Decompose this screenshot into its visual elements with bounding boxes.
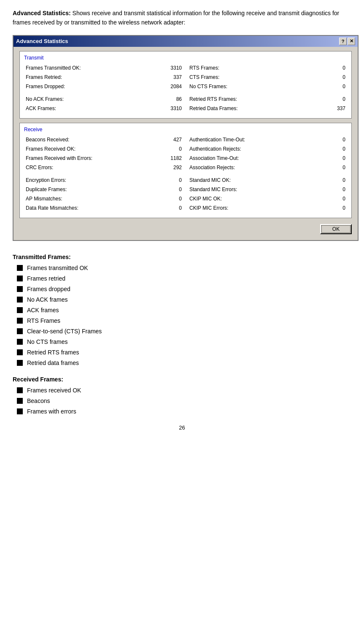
stat-row: Duplicate Frames:0	[24, 185, 183, 194]
receive-left-col: Beacons Received:427 Frames Received OK:…	[24, 135, 183, 213]
help-button[interactable]: ?	[339, 38, 347, 45]
stat-row: Frames Received OK:0	[24, 144, 183, 154]
stat-row: Association Rejects:0	[188, 163, 347, 172]
receive-label: Receive	[24, 127, 347, 132]
close-button[interactable]: ✕	[348, 38, 355, 45]
list-item: Beacons	[17, 397, 351, 405]
intro-bold: Advanced Statistics:	[13, 10, 71, 16]
stat-row: Beacons Received:427	[24, 135, 183, 144]
bullet-icon	[17, 387, 23, 393]
receive-stats-grid: Beacons Received:427 Frames Received OK:…	[24, 135, 347, 213]
list-item: Frames with errors	[17, 407, 351, 416]
bullet-icon	[17, 307, 23, 313]
stat-row: No CTS Frames:0	[188, 82, 347, 91]
transmitted-frames-list: Frames transmitted OK Frames retried Fra…	[13, 264, 351, 368]
list-item: Frames received OK	[17, 386, 351, 395]
received-frames-heading: Received Frames:	[13, 376, 351, 383]
stat-row: Association Time-Out:0	[188, 154, 347, 163]
stat-row: Standard MIC Errors:0	[188, 185, 347, 194]
transmit-label: Transmit	[24, 55, 347, 61]
transmit-stats-grid: Frames Transmitted OK:3310 Frames Retrie…	[24, 63, 347, 113]
stat-row: Frames Received with Errors:1182	[24, 154, 183, 163]
stat-row: AP Mismatches:0	[24, 194, 183, 203]
bullet-icon	[17, 349, 23, 355]
transmitted-frames-section: Transmitted Frames: Frames transmitted O…	[13, 254, 351, 368]
stat-row: Retried RTS Frames:0	[188, 95, 347, 104]
bullet-icon	[17, 328, 23, 334]
dialog-body: Transmit Frames Transmitted OK:3310 Fram…	[13, 47, 358, 240]
bullet-icon	[17, 276, 23, 281]
list-item: Frames retried	[17, 274, 351, 283]
list-item: Retried data frames	[17, 359, 351, 368]
list-item: No CTS frames	[17, 338, 351, 346]
dialog-titlebar: Advanced Statistics ? ✕	[13, 36, 358, 47]
stat-row: No ACK Frames:86	[24, 95, 183, 104]
stat-row: Frames Dropped:2084	[24, 82, 183, 91]
stat-row: CRC Errors:292	[24, 163, 183, 172]
receive-section: Receive Beacons Received:427 Frames Rece…	[19, 123, 352, 218]
list-item: No ACK frames	[17, 295, 351, 304]
receive-right-col: Authentication Time-Out:0 Authentication…	[188, 135, 347, 213]
bullet-icon	[17, 286, 23, 292]
stat-row: CTS Frames:0	[188, 73, 347, 82]
bullet-icon	[17, 265, 23, 271]
bullet-icon	[17, 297, 23, 303]
dialog-footer: OK	[19, 222, 352, 234]
list-item: Frames dropped	[17, 285, 351, 294]
stat-row: RTS Frames:0	[188, 63, 347, 73]
stat-row: CKIP MIC Errors:0	[188, 203, 347, 213]
stat-row: Authentication Rejects:0	[188, 144, 347, 154]
stat-row: Data Rate Mismatches:0	[24, 203, 183, 213]
intro-paragraph: Advanced Statistics: Shows receive and t…	[13, 8, 351, 27]
bullet-icon	[17, 318, 23, 324]
received-frames-list: Frames received OK Beacons Frames with e…	[13, 386, 351, 416]
bullet-icon	[17, 360, 23, 366]
stat-row: Standard MIC OK:0	[188, 176, 347, 185]
bullet-icon	[17, 398, 23, 404]
advanced-statistics-dialog: Advanced Statistics ? ✕ Transmit Frames …	[13, 35, 359, 241]
transmit-section: Transmit Frames Transmitted OK:3310 Fram…	[19, 51, 352, 119]
list-item: ACK frames	[17, 306, 351, 315]
list-item: Frames transmitted OK	[17, 264, 351, 273]
stat-row: Retried Data Frames:337	[188, 104, 347, 113]
stat-row: CKIP MIC OK:0	[188, 194, 347, 203]
transmitted-frames-heading: Transmitted Frames:	[13, 254, 351, 260]
list-item: RTS Frames	[17, 316, 351, 325]
page-number: 26	[13, 424, 351, 431]
transmit-left-col: Frames Transmitted OK:3310 Frames Retrie…	[24, 63, 183, 113]
stat-row: Frames Retried:337	[24, 73, 183, 82]
list-item: Retried RTS frames	[17, 348, 351, 357]
stat-row: Frames Transmitted OK:3310	[24, 63, 183, 73]
stat-row: ACK Frames:3310	[24, 104, 183, 113]
bullet-icon	[17, 339, 23, 345]
ok-button[interactable]: OK	[320, 224, 352, 234]
list-item: Clear-to-send (CTS) Frames	[17, 327, 351, 336]
stat-row: Encryption Errors:0	[24, 176, 183, 185]
bullet-icon	[17, 408, 23, 414]
stat-row: Authentication Time-Out:0	[188, 135, 347, 144]
received-frames-section: Received Frames: Frames received OK Beac…	[13, 376, 351, 416]
titlebar-buttons: ? ✕	[339, 38, 355, 45]
dialog-title: Advanced Statistics	[16, 38, 68, 44]
transmit-right-col: RTS Frames:0 CTS Frames:0 No CTS Frames:…	[188, 63, 347, 113]
